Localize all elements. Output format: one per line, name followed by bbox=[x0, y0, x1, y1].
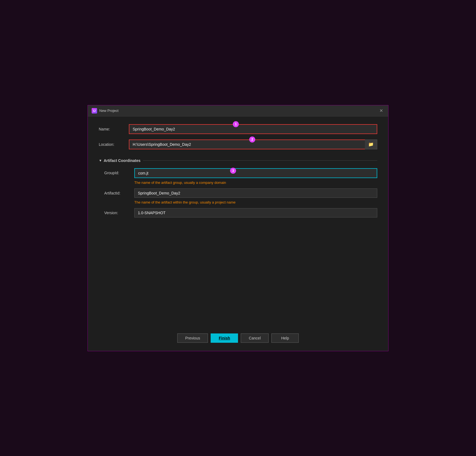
artifactid-input[interactable] bbox=[134, 188, 377, 198]
finish-button[interactable]: Finish bbox=[211, 333, 238, 343]
groupid-label: GroupId: bbox=[104, 168, 134, 175]
location-input[interactable] bbox=[129, 140, 365, 149]
title-bar-left: IJ New Project bbox=[92, 108, 118, 114]
name-input[interactable] bbox=[129, 124, 377, 134]
groupid-row: 3 GroupId: bbox=[104, 168, 377, 178]
dialog-title: New Project bbox=[99, 109, 118, 113]
folder-icon: 📁 bbox=[368, 142, 374, 147]
artifactid-input-group bbox=[134, 188, 377, 198]
version-input-group bbox=[134, 208, 377, 217]
name-row: 1 Name: bbox=[99, 124, 377, 134]
dialog-content: 1 Name: 2 Location: 📁 ▼ Artifact Coordin… bbox=[88, 117, 388, 328]
groupid-input-group bbox=[134, 168, 377, 178]
previous-button[interactable]: Previous bbox=[177, 333, 208, 343]
artifact-section-title: Artifact Coordinates bbox=[104, 158, 141, 163]
artifactid-row: ArtifactId: bbox=[104, 188, 377, 198]
artifactid-hint: The name of the artifact within the grou… bbox=[134, 200, 236, 204]
new-project-dialog: IJ New Project ✕ 1 Name: 2 Location: 📁 bbox=[88, 105, 388, 351]
groupid-input[interactable] bbox=[134, 168, 377, 178]
collapse-arrow-icon[interactable]: ▼ bbox=[99, 159, 102, 162]
artifactid-hint-row: The name of the artifact within the grou… bbox=[104, 199, 377, 208]
artifact-section-header: ▼ Artifact Coordinates bbox=[99, 158, 377, 163]
groupid-hint-row: The name of the artifact group, usually … bbox=[104, 179, 377, 188]
dialog-footer: Previous Finish Cancel Help bbox=[88, 328, 388, 351]
location-row: 2 Location: 📁 bbox=[99, 140, 377, 149]
name-label: Name: bbox=[99, 127, 129, 131]
step-badge-3: 3 bbox=[230, 168, 236, 174]
groupid-hint: The name of the artifact group, usually … bbox=[134, 181, 226, 185]
version-label: Version: bbox=[104, 208, 134, 215]
close-button[interactable]: ✕ bbox=[378, 108, 384, 114]
location-label: Location: bbox=[99, 142, 129, 147]
help-button[interactable]: Help bbox=[271, 333, 299, 343]
section-divider bbox=[143, 160, 377, 161]
artifactid-label: ArtifactId: bbox=[104, 188, 134, 195]
artifact-section: 3 GroupId: The name of the artifact grou… bbox=[104, 168, 377, 219]
step-badge-2: 2 bbox=[249, 136, 255, 143]
close-icon: ✕ bbox=[379, 108, 383, 113]
app-icon: IJ bbox=[92, 108, 97, 114]
step-badge-1: 1 bbox=[233, 121, 239, 127]
browse-button[interactable]: 📁 bbox=[365, 140, 377, 149]
name-input-wrapper bbox=[129, 124, 377, 134]
title-bar: IJ New Project ✕ bbox=[88, 105, 388, 117]
app-icon-label: IJ bbox=[93, 109, 95, 112]
cancel-button[interactable]: Cancel bbox=[241, 333, 269, 343]
version-row: Version: bbox=[104, 208, 377, 217]
version-input[interactable] bbox=[134, 208, 377, 217]
